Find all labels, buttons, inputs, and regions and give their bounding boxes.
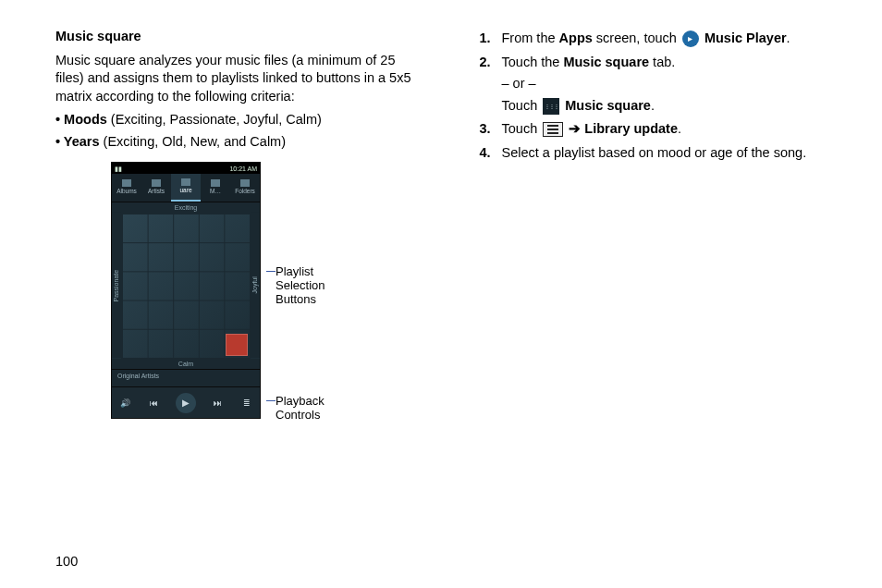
bullet-years: Years (Exciting, Old, New, and Calm) (55, 133, 421, 152)
tab-more[interactable]: M… (201, 174, 230, 202)
status-time: 10:21 AM (229, 165, 257, 173)
prev-button[interactable]: ⏮ (147, 396, 162, 410)
playback-controls: 🔊 ⏮ ▶ ⏭ ≣ (112, 386, 260, 418)
right-axis-label: Joyful (251, 213, 260, 359)
step2-dot: . (651, 98, 655, 113)
music-player-icon (682, 31, 699, 47)
callout-playlist-buttons: Playlist Selection Buttons (276, 265, 325, 307)
section-heading: Music square (55, 28, 421, 46)
page-number: 100 (55, 553, 78, 571)
step2-text-a: Touch the (502, 55, 564, 69)
artists-icon (152, 179, 161, 187)
step2-touch: Touch (502, 98, 542, 113)
tab-artists[interactable]: Artists (141, 174, 171, 202)
bullet-moods-rest: (Exciting, Passionate, Joyful, Calm) (107, 112, 322, 127)
callout-line2: Selection (276, 279, 325, 293)
bottom-axis-label: Calm (112, 359, 260, 369)
step-3: Touch ➔ Library update. (476, 120, 841, 139)
intro-paragraph: Music square analyzes your music files (… (55, 52, 421, 106)
app-tabs: Albums Artists uare M… Folders (112, 174, 260, 202)
callout2-line2: Controls (276, 409, 325, 423)
folders-icon (240, 179, 250, 187)
top-axis-label: Exciting (112, 202, 260, 213)
music-square-icon (543, 98, 559, 115)
tab-albums-label: Albums (116, 188, 137, 196)
callout-line1: Playlist (276, 265, 325, 279)
tab-more-label: M… (210, 188, 221, 196)
status-bar: ▮▮ 10:21 AM (112, 163, 260, 174)
album-cover-cell[interactable] (226, 334, 248, 356)
step2-music-square: Music square (563, 55, 649, 69)
step3-dot: . (678, 121, 681, 136)
callout-line3: Buttons (276, 293, 325, 307)
step1-text-c: screen, touch (593, 31, 680, 45)
step2-alt: Touch Music square. (502, 97, 841, 116)
volume-button[interactable]: 🔊 (117, 396, 132, 410)
list-button[interactable]: ≣ (239, 396, 254, 410)
tab-albums[interactable]: Albums (112, 174, 141, 202)
more-icon (211, 179, 220, 187)
step2-ms-label: Music square (565, 98, 651, 113)
callout2-line1: Playback (276, 395, 325, 409)
status-left: ▮▮ (115, 165, 122, 173)
instruction-steps: From the Apps screen, touch Music Player… (476, 30, 841, 162)
step1-dot: . (787, 31, 790, 45)
bullet-moods: Moods (Exciting, Passionate, Joyful, Cal… (55, 111, 421, 129)
bullet-years-rest: (Exciting, Old, New, and Calm) (100, 134, 286, 149)
step3-library-update: Library update (584, 121, 678, 136)
bullet-years-label: Years (64, 134, 100, 149)
bullet-moods-label: Moods (64, 112, 107, 127)
step1-music-player: Music Player (704, 31, 787, 45)
square-icon (181, 178, 190, 186)
step4-text: Select a playlist based on mood or age o… (502, 145, 807, 160)
menu-icon (543, 122, 563, 137)
criteria-bullets: Moods (Exciting, Passionate, Joyful, Cal… (55, 111, 421, 151)
step-4: Select a playlist based on mood or age o… (476, 144, 841, 163)
now-playing-bar: Original Artists (112, 369, 260, 386)
tab-folders[interactable]: Folders (230, 174, 260, 202)
step2-or: – or – (502, 75, 841, 93)
callouts: Playlist Selection Buttons Playback Cont… (268, 162, 379, 419)
tab-music-square[interactable]: uare (171, 174, 201, 202)
next-button[interactable]: ⏭ (211, 396, 226, 410)
step2-text-c: tab. (649, 55, 675, 69)
playlist-selection-grid[interactable] (121, 213, 251, 359)
left-axis-label: Passionate (112, 213, 121, 359)
albums-icon (122, 179, 131, 187)
phone-screenshot: ▮▮ 10:21 AM Albums Artists uare M… Folde… (111, 162, 261, 419)
step1-text-a: From the (502, 31, 559, 45)
tab-artists-label: Artists (148, 188, 165, 196)
step1-apps: Apps (559, 31, 593, 45)
tab-folders-label: Folders (235, 188, 255, 196)
play-button[interactable]: ▶ (176, 393, 196, 413)
step-2: Touch the Music square tab. – or – Touch… (476, 54, 841, 116)
arrow-icon: ➔ (565, 121, 584, 136)
tab-square-label: uare (179, 187, 191, 195)
step3-touch: Touch (502, 121, 542, 136)
step-1: From the Apps screen, touch Music Player… (476, 30, 841, 48)
callout-playback-controls: Playback Controls (276, 395, 325, 423)
